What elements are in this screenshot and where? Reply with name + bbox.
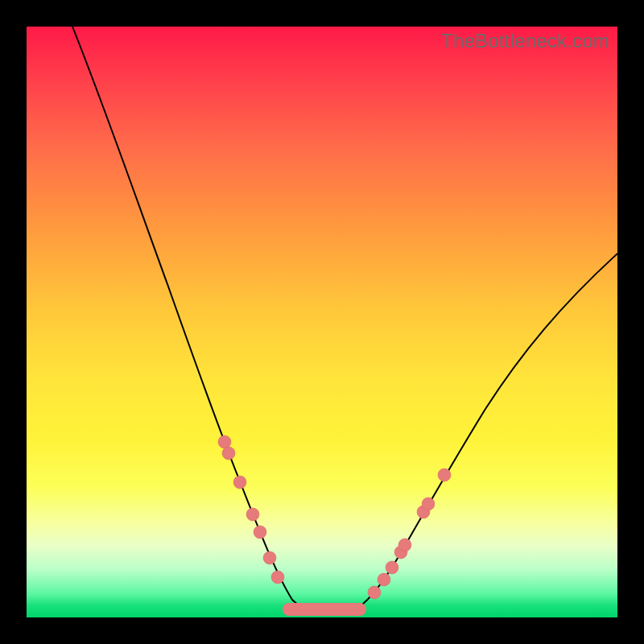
svg-point-4 xyxy=(254,526,266,539)
plot-area: TheBottleneck.com xyxy=(27,27,617,617)
svg-point-6 xyxy=(271,571,284,584)
svg-point-9 xyxy=(386,561,398,574)
svg-point-0 xyxy=(218,436,231,448)
svg-point-3 xyxy=(246,508,259,521)
trough-band xyxy=(283,603,366,616)
svg-point-8 xyxy=(378,573,390,586)
svg-point-13 xyxy=(422,497,435,510)
outer-frame: TheBottleneck.com xyxy=(0,0,644,644)
svg-point-14 xyxy=(438,469,451,481)
svg-point-5 xyxy=(263,551,276,564)
svg-point-2 xyxy=(233,476,246,489)
svg-point-1 xyxy=(222,447,235,460)
bottleneck-chart xyxy=(27,27,617,617)
svg-point-11 xyxy=(398,539,411,551)
curve-path xyxy=(72,27,617,612)
dots-left xyxy=(218,436,284,584)
svg-point-7 xyxy=(368,586,381,599)
